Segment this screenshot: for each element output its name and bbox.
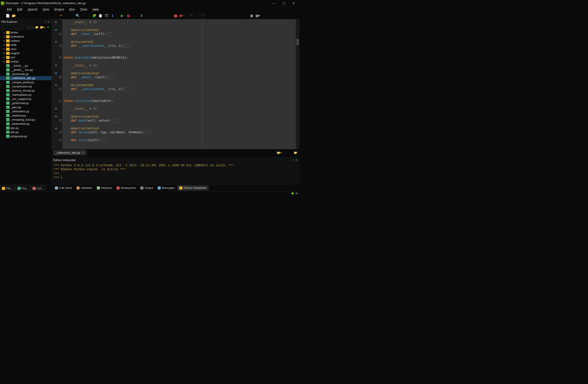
side-tab[interactable]: Proj... bbox=[16, 185, 30, 191]
code-line[interactable] bbox=[64, 134, 296, 138]
gutter-line[interactable] bbox=[52, 63, 62, 67]
gutter-line[interactable]: + bbox=[52, 32, 62, 36]
code-line[interactable]: def send(self, value):⋯ bbox=[64, 119, 296, 122]
code-line[interactable] bbox=[64, 111, 296, 115]
editor-scrollbar[interactable] bbox=[296, 19, 299, 149]
tree-item[interactable]: _weakrefset.py bbox=[0, 122, 52, 126]
gutter-line[interactable] bbox=[52, 71, 62, 75]
tree-item[interactable]: _compression.py bbox=[0, 84, 52, 88]
tab-close-button[interactable]: ✕ bbox=[82, 151, 84, 154]
expander-icon[interactable]: ⊞ bbox=[3, 48, 6, 50]
collapsed-marker-icon[interactable]: ⋯ bbox=[109, 76, 113, 79]
gutter-line[interactable] bbox=[52, 79, 62, 83]
gutter-line[interactable] bbox=[52, 60, 62, 63]
side-tab[interactable]: Cod... bbox=[31, 185, 45, 191]
tree-item[interactable]: ⊞venv bbox=[0, 47, 52, 51]
path-dropdown-2[interactable]: ▾ bbox=[30, 25, 34, 29]
bottom-tab[interactable]: Breakpoints bbox=[114, 185, 138, 191]
expander-icon[interactable]: ⊞ bbox=[3, 36, 6, 38]
fold-toggle[interactable]: + bbox=[59, 33, 62, 35]
expander-icon[interactable]: ⊞ bbox=[3, 44, 6, 46]
expander-icon[interactable]: ⊞ bbox=[3, 56, 6, 59]
expander-icon[interactable]: ⊞ bbox=[3, 52, 6, 54]
layout-button-2[interactable]: ▦▾ bbox=[255, 13, 261, 19]
stop-button[interactable]: ⬤ bbox=[173, 13, 178, 19]
tree-item[interactable]: _strptime.py bbox=[0, 113, 52, 118]
bottom-tab[interactable]: Watches bbox=[95, 185, 114, 191]
tree-item[interactable]: _dummy_thread.py bbox=[0, 88, 52, 93]
tree-item[interactable]: _threading_local.py bbox=[0, 118, 52, 122]
file-tree[interactable]: ⊞tkinter⊞turtledemo⊞unittest⊞urllib⊞venv… bbox=[0, 30, 52, 184]
layout-button-1[interactable]: ▦ bbox=[249, 13, 254, 19]
panel-pin-button[interactable]: ⊣ bbox=[291, 158, 294, 162]
tree-item[interactable]: _compat_pickle.py bbox=[0, 80, 52, 84]
collapsed-marker-icon[interactable]: ⋯ bbox=[107, 33, 111, 36]
fold-toggle[interactable]: + bbox=[59, 88, 62, 90]
code-line[interactable] bbox=[64, 36, 296, 40]
filter-button[interactable]: ▼ bbox=[45, 24, 51, 30]
editor-gutter[interactable]: ++−++−+++ bbox=[52, 19, 62, 149]
expander-icon[interactable]: ⊞ bbox=[3, 61, 6, 63]
maximize-button[interactable]: ▢ bbox=[279, 0, 289, 6]
config-dropdown-2[interactable]: ▾ bbox=[199, 13, 205, 18]
collapsed-marker-icon[interactable]: ⋯ bbox=[112, 119, 117, 122]
code-line[interactable] bbox=[64, 122, 296, 126]
gutter-line[interactable] bbox=[52, 107, 62, 111]
expander-icon[interactable]: ⊞ bbox=[3, 40, 6, 42]
menu-run[interactable]: Run bbox=[67, 7, 78, 12]
code-line[interactable]: @abstractmethod bbox=[64, 126, 296, 130]
tool-button-2[interactable]: 📋 bbox=[98, 13, 103, 19]
scrollbar-thumb[interactable] bbox=[296, 39, 299, 45]
new-file-button[interactable]: 📄 bbox=[5, 13, 10, 19]
code-line[interactable]: def __subclasshook__(cls, C):⋯ bbox=[64, 87, 296, 91]
code-line[interactable]: @abstractmethod bbox=[64, 115, 296, 119]
gutter-line[interactable]: + bbox=[52, 119, 62, 122]
abort-button[interactable]: ⬤✕ bbox=[179, 13, 185, 19]
tree-item[interactable]: abc.py bbox=[0, 126, 52, 130]
menu-edit[interactable]: Edit bbox=[15, 7, 25, 12]
gutter-line[interactable] bbox=[52, 91, 62, 95]
open-folder-button[interactable]: 📂▾ bbox=[277, 150, 282, 155]
interpreter-output[interactable]: *** Python 3.6.3 (v3.6.3:2c5fed8, Oct 3 … bbox=[52, 162, 299, 184]
code-line[interactable]: def close(self):⋯ bbox=[64, 138, 296, 142]
menu-view[interactable]: View bbox=[40, 7, 52, 12]
gutter-line[interactable] bbox=[52, 24, 62, 28]
code-line[interactable] bbox=[64, 79, 296, 83]
code-line[interactable]: def __hash__(self):⋯ bbox=[64, 32, 296, 36]
panel-close-button[interactable]: ✕ bbox=[47, 20, 50, 23]
tree-item[interactable]: ⊞unittest bbox=[0, 39, 52, 43]
fold-toggle[interactable]: + bbox=[59, 119, 62, 121]
minimize-button[interactable]: — bbox=[269, 0, 279, 6]
tool-button-4[interactable]: ℹ bbox=[110, 13, 115, 19]
bottom-tab[interactable]: Python Interpreter bbox=[177, 185, 209, 191]
tree-item[interactable]: aifc.py bbox=[0, 130, 52, 134]
gutter-line[interactable] bbox=[52, 126, 62, 130]
code-line[interactable]: __slots__ = () bbox=[64, 107, 296, 111]
close-button[interactable]: ✕ bbox=[289, 0, 298, 6]
gutter-line[interactable]: − bbox=[52, 56, 62, 60]
code-line[interactable]: class Awaitable(metaclass=ABCMeta): bbox=[64, 56, 296, 60]
code-line[interactable] bbox=[64, 91, 296, 95]
panel-pin-button[interactable]: ⊣ bbox=[43, 20, 47, 23]
gutter-line[interactable] bbox=[52, 36, 62, 40]
run-button[interactable]: ▶ bbox=[119, 13, 125, 19]
bottom-tab[interactable]: Variables bbox=[74, 185, 95, 191]
menu-help[interactable]: Help bbox=[90, 7, 102, 12]
code-editor[interactable]: __slots__ = () @abstractmethod def __has… bbox=[62, 19, 296, 149]
tree-item[interactable]: ⊞tkinter bbox=[0, 30, 52, 35]
gutter-line[interactable] bbox=[52, 40, 62, 44]
tree-item[interactable]: __phello__.foo.py bbox=[0, 68, 52, 72]
code-line[interactable]: @classmethod bbox=[64, 40, 296, 44]
path-dropdown[interactable]: ▾ bbox=[1, 25, 29, 29]
code-line[interactable] bbox=[64, 48, 296, 52]
tree-item[interactable]: _pyio.py bbox=[0, 105, 52, 109]
tree-item[interactable]: _bootlocale.py bbox=[0, 72, 52, 76]
tree-item[interactable]: _markupbase.py bbox=[0, 93, 52, 97]
tree-item[interactable]: ⊞xmlrpc bbox=[0, 60, 52, 64]
search-button[interactable]: 🔍 bbox=[75, 13, 81, 19]
open-file-button[interactable]: 📂 bbox=[11, 13, 17, 19]
gutter-line[interactable] bbox=[52, 28, 62, 32]
gutter-line[interactable]: + bbox=[52, 130, 62, 134]
tree-item[interactable]: _osx_support.py bbox=[0, 97, 52, 101]
gutter-line[interactable] bbox=[52, 83, 62, 87]
